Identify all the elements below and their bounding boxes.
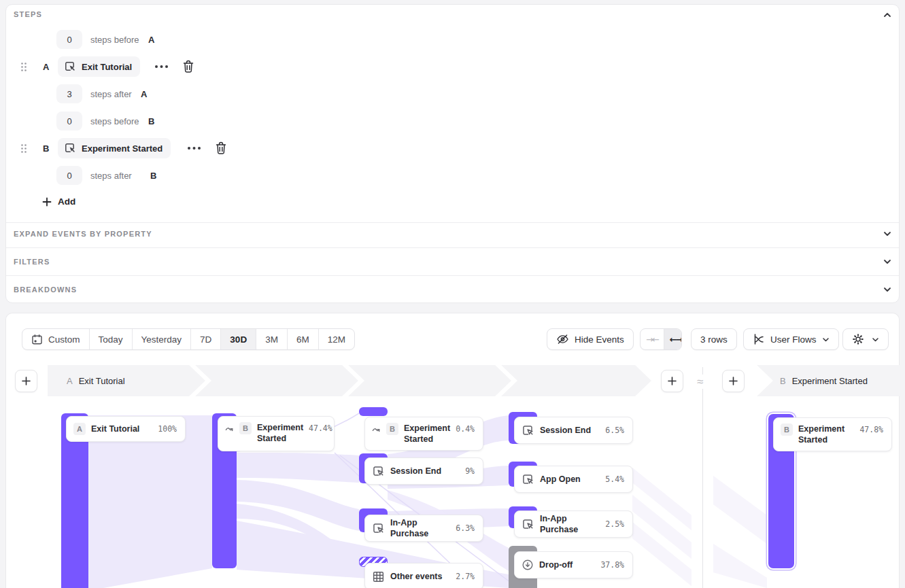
step-a-event-button[interactable]: Exit Tutorial (58, 56, 140, 77)
step-a-drag-handle[interactable] (20, 62, 28, 72)
steps-after-a-ref: A (141, 89, 147, 99)
steps-after-a-input[interactable]: 3 (56, 84, 82, 103)
steps-before-b-input[interactable]: 0 (56, 111, 82, 131)
user-flows-icon (753, 333, 765, 345)
step-b-drag-handle[interactable] (20, 143, 28, 154)
steps-before-b-label: steps before (90, 116, 139, 126)
date-range-custom[interactable]: Custom (22, 329, 90, 349)
trash-icon (182, 60, 194, 73)
step-badge: B (781, 423, 793, 436)
flow-node-experiment-started-col3[interactable]: B Experiment Started 0.4% (364, 417, 483, 451)
add-step-button[interactable]: Add (42, 196, 75, 207)
band-a-segment (348, 365, 511, 396)
steps-after-b-label: steps after (90, 171, 132, 181)
steps-before-b-ref: B (148, 116, 154, 126)
step-badge: B (386, 423, 398, 435)
band-a-letter: A (67, 376, 73, 386)
band-a-segment (501, 365, 651, 396)
steps-section-title: STEPS (14, 10, 42, 18)
chevron-up-icon (883, 10, 892, 20)
step-a-delete-button[interactable] (182, 60, 194, 73)
event-icon (522, 424, 534, 437)
flow-node-session-end-col3[interactable]: Session End 9% (364, 457, 483, 485)
goto-step-icon (372, 425, 381, 434)
step-badge: A (73, 423, 86, 435)
date-range-30d[interactable]: 30D (221, 329, 256, 349)
step-a-letter: A (43, 62, 49, 72)
more-options-icon (154, 64, 169, 69)
date-range-6m[interactable]: 6M (288, 329, 319, 349)
add-label: Add (58, 196, 75, 207)
chevron-down-icon (883, 257, 892, 266)
date-range-12m[interactable]: 12M (319, 329, 354, 349)
plus-icon (728, 376, 738, 386)
view-type-dropdown[interactable]: User Flows (743, 328, 839, 350)
date-range-7d[interactable]: 7D (191, 329, 221, 349)
goto-step-icon (225, 424, 234, 433)
filters-section-title: FILTERS (14, 258, 50, 266)
event-icon (522, 518, 534, 531)
steps-after-b-ref: B (150, 171, 156, 181)
event-icon (372, 465, 385, 478)
add-column-middle-button[interactable] (661, 370, 683, 392)
step-b-event-button[interactable]: Experiment Started (58, 138, 171, 158)
event-icon (372, 522, 385, 535)
step-a-more-button[interactable] (154, 64, 169, 69)
chevron-down-icon (883, 285, 892, 294)
steps-after-b-input[interactable]: 0 (56, 166, 82, 185)
flow-bar-experiment-started-col3[interactable] (359, 407, 388, 416)
grid-icon (372, 570, 385, 583)
expand-events-section-title: EXPAND EVENTS BY PROPERTY (14, 230, 152, 238)
collapse-spacing-button[interactable]: →← (641, 329, 664, 349)
add-column-left-button[interactable] (15, 370, 37, 392)
band-b-letter: B (780, 376, 786, 386)
approx-divider-line (702, 367, 703, 588)
flow-node-other-events[interactable]: Other events 2.7% (364, 563, 483, 588)
flow-node-experiment-started-col2[interactable]: B Experiment Started 47.4% (218, 416, 335, 451)
filters-toggle[interactable] (883, 257, 892, 266)
approx-symbol: ≈ (697, 375, 703, 389)
date-range-today[interactable]: Today (90, 329, 133, 349)
expand-events-toggle[interactable] (883, 229, 892, 239)
drag-dots-icon (20, 62, 28, 72)
steps-before-a-input[interactable]: 0 (56, 30, 82, 49)
band-a-title: Exit Tutorial (79, 376, 125, 386)
flow-node-app-open[interactable]: App Open 5.4% (514, 466, 633, 493)
add-column-right-button[interactable] (722, 370, 745, 392)
event-icon (64, 60, 76, 73)
band-a-segment: A Exit Tutorial (48, 365, 205, 396)
gear-icon (852, 333, 864, 345)
step-b-event-label: Experiment Started (82, 143, 163, 154)
hide-events-button[interactable]: Hide Events (547, 328, 634, 350)
breakdowns-section-title: BREAKDOWNS (14, 286, 77, 294)
spacing-toggle-control: →← ←→ (640, 328, 682, 350)
event-icon (64, 142, 76, 154)
date-range-yesterday[interactable]: Yesterday (133, 329, 192, 349)
flow-node-in-app-purchase-col4[interactable]: In-App Purchase 2.5% (514, 511, 633, 538)
date-range-3m[interactable]: 3M (256, 329, 288, 349)
chevron-down-icon (883, 229, 892, 239)
flow-node-experiment-started-col5[interactable]: B Experiment Started 47.8% (773, 417, 892, 451)
chevron-down-icon (872, 336, 879, 343)
settings-dropdown[interactable] (842, 328, 889, 350)
eye-off-icon (556, 333, 569, 345)
flow-node-in-app-purchase-col3[interactable]: In-App Purchase 6.3% (364, 515, 483, 542)
event-icon (522, 473, 534, 486)
expand-spacing-button[interactable]: ←→ (664, 329, 682, 349)
plus-icon (667, 376, 677, 386)
plus-icon (42, 197, 52, 207)
step-a-event-label: Exit Tutorial (82, 62, 132, 72)
flow-node-drop-off[interactable]: Drop-off 37.8% (514, 551, 633, 578)
breakdowns-toggle[interactable] (883, 285, 892, 294)
step-b-letter: B (43, 143, 49, 154)
steps-collapse-button[interactable] (883, 10, 892, 20)
flow-node-exit-tutorial[interactable]: A Exit Tutorial 100% (66, 416, 186, 442)
step-b-delete-button[interactable] (215, 141, 227, 155)
trash-icon (215, 141, 227, 155)
chevron-down-icon (822, 336, 830, 343)
rows-count-button[interactable]: 3 rows (691, 328, 737, 350)
band-b-segment: B Experiment Started (757, 365, 900, 396)
step-b-more-button[interactable] (187, 145, 201, 151)
flow-node-session-end-col4[interactable]: Session End 6.5% (514, 417, 633, 444)
band-a-segment (195, 365, 358, 396)
